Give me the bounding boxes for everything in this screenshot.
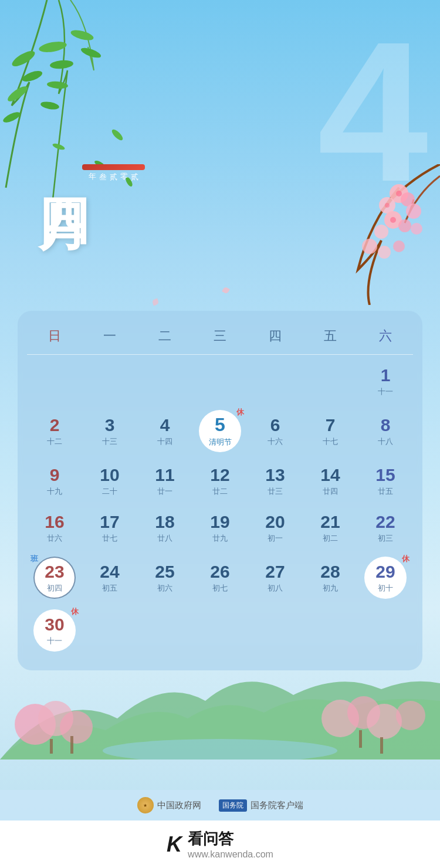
lunar-date: 初三 <box>378 533 393 544</box>
day-inner-1-0: 2十二 <box>47 415 62 447</box>
cal-cell-0-1 <box>82 357 137 404</box>
day-number: 17 <box>100 512 119 531</box>
gov-app-label: 国务院客户端 <box>251 800 303 811</box>
cal-cell-2-4: 13廿三 <box>248 457 303 504</box>
gov-app-badge: 国务院 <box>219 799 247 812</box>
lunar-date: 初七 <box>212 583 228 594</box>
day-number: 26 <box>210 562 229 581</box>
lunar-date: 初六 <box>157 583 172 594</box>
lunar-date: 初十 <box>378 583 393 594</box>
cal-cell-5-5 <box>303 603 358 656</box>
cal-cell-5-4 <box>248 603 303 656</box>
day-number: 8 <box>381 415 391 435</box>
svg-point-7 <box>40 100 60 110</box>
cal-cell-0-0 <box>27 357 82 404</box>
svg-point-12 <box>124 176 134 188</box>
svg-point-8 <box>70 28 94 42</box>
gov-app-item: 国务院 国务院客户端 <box>219 799 303 812</box>
lunar-date: 初四 <box>47 583 62 594</box>
svg-point-10 <box>110 128 124 142</box>
lunar-date: 十二 <box>47 436 62 447</box>
cal-cell-3-1: 17廿七 <box>82 504 137 551</box>
lunar-date: 廿六 <box>47 533 62 544</box>
day-inner-2-2: 11廿一 <box>155 465 174 497</box>
day-number: 20 <box>265 512 285 531</box>
footer-gov-bar: ★ 中国政府网 国务院 国务院客户端 <box>0 790 440 820</box>
svg-rect-37 <box>359 730 362 748</box>
cal-cell-1-4: 6十六 <box>248 404 303 457</box>
cal-cell-3-5: 21初二 <box>303 504 358 551</box>
day-inner-1-1: 3十三 <box>102 415 117 447</box>
day-inner-1-3: 5清明节 <box>199 410 241 452</box>
svg-point-0 <box>10 48 37 69</box>
holiday-badge: 休 <box>236 407 244 418</box>
day-inner-3-4: 20初一 <box>265 512 285 544</box>
workday-badge: 班 <box>31 554 38 564</box>
cal-cell-5-1 <box>82 603 137 656</box>
weekday-header-6: 六 <box>358 323 413 350</box>
cal-cell-4-6: 休29初十 <box>358 551 413 603</box>
holiday-badge: 休 <box>71 606 79 617</box>
cal-cell-2-5: 14廿四 <box>303 457 358 504</box>
cal-cell-3-0: 16廿六 <box>27 504 82 551</box>
cal-cell-4-5: 28初九 <box>303 551 358 603</box>
cal-cell-3-6: 22初三 <box>358 504 413 551</box>
cal-cell-1-0: 2十二 <box>27 404 82 457</box>
gov-site-label: 中国政府网 <box>157 800 201 811</box>
cal-cell-0-5 <box>303 357 358 404</box>
lunar-date: 清明节 <box>209 437 232 447</box>
cal-cell-5-3 <box>192 603 248 656</box>
day-inner-0-6: 1十一 <box>378 365 393 397</box>
cal-cell-4-4: 27初八 <box>248 551 303 603</box>
lunar-date: 十六 <box>268 436 283 447</box>
day-number: 29 <box>375 562 395 581</box>
day-number: 13 <box>265 465 285 484</box>
lunar-date: 廿四 <box>323 486 338 497</box>
svg-point-24 <box>393 240 405 252</box>
day-inner-1-5: 7十七 <box>323 415 338 447</box>
day-inner-5-0: 30十一 <box>33 609 76 652</box>
day-inner-2-4: 13廿三 <box>265 465 285 497</box>
day-number: 5 <box>215 415 225 435</box>
lunar-date: 十四 <box>157 436 172 447</box>
lunar-date: 廿八 <box>157 533 172 544</box>
day-inner-1-6: 8十八 <box>378 415 393 447</box>
lunar-date: 廿三 <box>268 486 283 497</box>
cal-cell-4-2: 25初六 <box>137 551 192 603</box>
lunar-date: 初一 <box>268 533 283 544</box>
day-inner-2-1: 10二十 <box>100 465 119 497</box>
brand-logo-icon: K <box>167 832 182 857</box>
day-number: 7 <box>326 415 336 435</box>
day-inner-1-4: 6十六 <box>268 415 283 447</box>
lunar-date: 初九 <box>323 583 338 594</box>
day-number: 10 <box>100 465 119 484</box>
lunar-date: 初二 <box>323 533 338 544</box>
cal-cell-1-2: 4十四 <box>137 404 192 457</box>
day-number: 2 <box>50 415 60 435</box>
calendar-header: 日一二三四五六 <box>27 323 413 355</box>
day-number: 21 <box>320 512 340 531</box>
day-inner-3-5: 21初二 <box>320 512 340 544</box>
day-number: 25 <box>155 562 174 581</box>
month-title: 贰零贰叁年 四月 <box>35 158 92 168</box>
svg-rect-36 <box>70 736 73 754</box>
day-inner-4-0: 23初四 <box>33 557 76 599</box>
day-number: 28 <box>320 562 340 581</box>
holiday-badge: 休 <box>402 554 409 564</box>
cal-cell-1-3: 休5清明节 <box>192 404 248 457</box>
calendar-container: 日一二三四五六 1十一2十二3十三4十四休5清明节6十六7十七8十八9十九10二… <box>18 311 422 670</box>
day-number: 27 <box>265 562 285 581</box>
svg-point-22 <box>362 239 377 254</box>
day-number: 16 <box>45 512 64 531</box>
day-number: 30 <box>45 615 64 634</box>
cal-cell-1-6: 8十八 <box>358 404 413 457</box>
lunar-date: 十一 <box>47 636 62 646</box>
svg-point-20 <box>374 225 388 239</box>
cal-cell-2-2: 11廿一 <box>137 457 192 504</box>
day-number: 15 <box>375 465 395 484</box>
weekday-header-4: 四 <box>248 323 303 350</box>
day-inner-3-2: 18廿八 <box>155 512 174 544</box>
day-inner-2-3: 12廿二 <box>210 465 229 497</box>
lunar-date: 初五 <box>102 583 117 594</box>
lunar-date: 十一 <box>378 386 393 397</box>
